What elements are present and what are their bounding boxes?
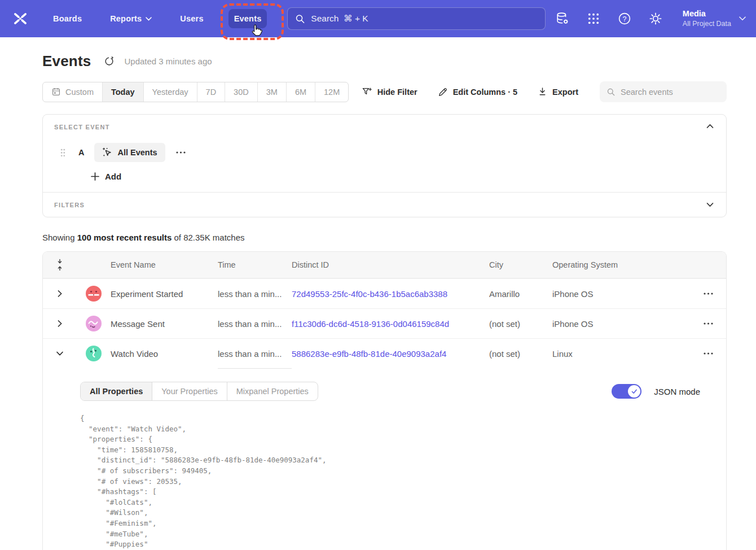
global-search-input[interactable]	[311, 14, 537, 24]
settings-gear-icon[interactable]	[648, 11, 663, 26]
detail-toolbar: All Properties Your Properties Mixpanel …	[80, 382, 713, 401]
row-actions-kebab-icon[interactable]	[690, 348, 726, 359]
filters-label: FILTERS	[43, 202, 85, 208]
row-actions-kebab-icon[interactable]	[690, 288, 726, 299]
date-range-7d-label: 7D	[206, 88, 217, 97]
edit-columns-label: Edit Columns · 5	[453, 88, 517, 97]
table-toolbar: Hide Filter Edit Columns · 5 Export	[362, 81, 727, 102]
collapse-section-button[interactable]	[704, 121, 716, 131]
table-row[interactable]: Experiment Started less than a min... 72…	[43, 278, 726, 308]
column-header-city[interactable]: City	[489, 260, 552, 269]
cell-distinct-id-link[interactable]: 72d49553-25fc-4f0c-b436-1b5ac6ab3388	[292, 289, 489, 299]
events-search[interactable]	[600, 81, 727, 102]
results-summary-prefix: Showing	[42, 233, 77, 242]
row-collapse-chevron-down-icon[interactable]	[51, 346, 68, 361]
project-switcher[interactable]: Media All Project Data	[683, 8, 746, 28]
nav-item-reports[interactable]: Reports	[104, 9, 157, 28]
selected-event-label: All Events	[117, 148, 157, 157]
event-clause-letter: A	[78, 148, 84, 157]
event-avatar	[86, 346, 102, 361]
event-json-view: { "event": "Watch Video", "properties": …	[80, 413, 713, 550]
chevron-up-icon	[706, 124, 714, 129]
mixpanel-logo-icon[interactable]	[9, 7, 32, 30]
cell-city: (not set)	[489, 349, 552, 359]
nav-item-events[interactable]: Events	[228, 9, 267, 28]
date-range-today-label: Today	[111, 88, 135, 97]
cell-os: iPhone OS	[552, 319, 690, 329]
table-row-expanded[interactable]: Watch Video less than a min... 5886283e-…	[43, 338, 726, 368]
global-search[interactable]	[287, 7, 546, 30]
column-header-distinct-id[interactable]: Distinct ID	[292, 260, 489, 269]
filters-section[interactable]: FILTERS	[43, 193, 726, 217]
events-table: Event Name Time Distinct ID City Operati…	[42, 251, 727, 550]
date-range-30d-label: 30D	[234, 88, 249, 97]
tab-mixpanel-properties[interactable]: Mixpanel Properties	[227, 382, 318, 400]
results-summary-count: 100 most recent results	[77, 233, 172, 242]
time-cell-underline	[218, 368, 292, 369]
date-range-custom[interactable]: Custom	[43, 82, 103, 102]
event-detail-panel: All Properties Your Properties Mixpanel …	[43, 368, 726, 550]
date-range-yesterday[interactable]: Yesterday	[144, 82, 197, 102]
date-range-6m[interactable]: 6M	[287, 82, 315, 102]
data-management-icon[interactable]	[555, 11, 570, 26]
plus-icon	[91, 172, 99, 181]
column-header-event-name[interactable]: Event Name	[111, 260, 218, 269]
cell-distinct-id-link[interactable]: 5886283e-e9fb-48fb-81de-40e9093a2af4	[292, 349, 489, 359]
cell-time: less than a min...	[218, 289, 292, 299]
tab-your-properties-label: Your Properties	[161, 387, 217, 396]
date-range-3m[interactable]: 3M	[258, 82, 287, 102]
refresh-icon[interactable]	[104, 56, 115, 67]
table-row[interactable]: Message Sent less than a min... f11c30d6…	[43, 308, 726, 338]
event-selector-row: A All Events	[60, 143, 726, 162]
expand-all-icon[interactable]	[43, 259, 77, 271]
apps-grid-icon[interactable]	[586, 11, 601, 26]
svg-text:?: ?	[622, 15, 626, 23]
tab-your-properties[interactable]: Your Properties	[152, 382, 227, 400]
date-range-7d[interactable]: 7D	[197, 82, 226, 102]
nav-item-boards[interactable]: Boards	[47, 9, 87, 28]
download-icon	[538, 87, 547, 97]
date-range-12m-label: 12M	[324, 88, 340, 97]
nav-item-users[interactable]: Users	[174, 9, 209, 28]
check-icon	[631, 389, 638, 394]
primary-nav: Boards Reports Users Events	[47, 9, 267, 28]
expand-filters-button[interactable]	[704, 200, 716, 209]
date-range-yesterday-label: Yesterday	[152, 88, 188, 97]
help-icon[interactable]: ?	[617, 11, 632, 26]
event-picker-button[interactable]: All Events	[94, 143, 165, 162]
json-mode-toggle[interactable]	[612, 384, 641, 399]
cell-time: less than a min...	[218, 349, 292, 359]
nav-item-events-label: Events	[234, 14, 262, 23]
event-avatar	[86, 286, 102, 302]
date-range-12m[interactable]: 12M	[315, 82, 348, 102]
date-range-custom-label: Custom	[65, 88, 94, 97]
cell-time: less than a min...	[218, 319, 292, 329]
date-range-today[interactable]: Today	[103, 82, 144, 102]
date-range-30d[interactable]: 30D	[225, 82, 258, 102]
date-range-3m-label: 3M	[266, 88, 278, 97]
updated-timestamp: Updated 3 minutes ago	[124, 56, 212, 66]
column-header-time[interactable]: Time	[218, 260, 292, 269]
cell-os: Linux	[552, 349, 690, 359]
hide-filter-button[interactable]: Hide Filter	[362, 86, 417, 97]
column-header-os[interactable]: Operating System	[552, 260, 690, 269]
cell-distinct-id-link[interactable]: f11c30d6-dc6d-4518-9136-0d046159c84d	[292, 319, 489, 329]
row-expand-chevron-right-icon[interactable]	[52, 285, 68, 302]
title-row: Events Updated 3 minutes ago	[42, 53, 727, 70]
project-scope: All Project Data	[683, 19, 731, 28]
export-button[interactable]: Export	[538, 87, 578, 97]
edit-columns-button[interactable]: Edit Columns · 5	[438, 87, 517, 97]
event-options-kebab-icon[interactable]	[173, 148, 189, 157]
search-icon	[296, 14, 305, 24]
query-builder-card: SELECT EVENT A	[42, 114, 727, 217]
events-search-input[interactable]	[621, 88, 719, 97]
tab-all-properties[interactable]: All Properties	[81, 382, 152, 400]
drag-handle-icon[interactable]	[60, 149, 65, 157]
json-mode-control: JSON mode	[612, 384, 713, 399]
row-actions-kebab-icon[interactable]	[690, 318, 726, 329]
row-expand-chevron-right-icon[interactable]	[52, 315, 68, 332]
search-icon	[607, 88, 615, 97]
cell-event-name: Watch Video	[111, 349, 218, 359]
add-event-button[interactable]: Add	[91, 172, 726, 181]
nav-item-users-label: Users	[180, 14, 203, 23]
